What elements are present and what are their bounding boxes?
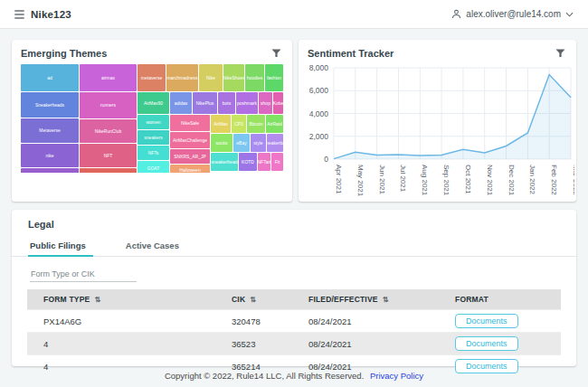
menu-icon[interactable]: [14, 10, 24, 19]
page-footer: Copyright © 2022, Rule14 LLC, All Rights…: [0, 371, 588, 381]
treemap-cell[interactable]: airmax: [80, 64, 137, 91]
x-axis-tick-label: Jan 2022: [528, 165, 536, 194]
filter-icon[interactable]: [270, 47, 283, 60]
x-axis-tick-label: Mar 2022: [572, 165, 574, 195]
treemap-cell[interactable]: sneakerbot: [267, 134, 283, 152]
treemap-cell-label: KyrieIrving: [98, 173, 119, 174]
treemap-cell[interactable]: runners: [80, 92, 137, 118]
legal-tabs: Public FilingsActive Cases: [12, 237, 576, 257]
treemap-cell-label: sneakerhead: [212, 160, 238, 165]
treemap-cell[interactable]: AirMaxChallenge: [170, 132, 210, 148]
treemap-cell[interactable]: eBay: [233, 134, 250, 152]
privacy-policy-link[interactable]: Privacy Policy: [370, 371, 423, 381]
legal-panel: Legal Public FilingsActive Cases FORM TY…: [12, 210, 576, 366]
sentiment-tracker-panel: Sentiment Tracker 02,0004,0006,0008,000A…: [299, 40, 576, 202]
treemap-cell[interactable]: shop: [259, 92, 272, 114]
treemap-cell-label: jordan: [43, 173, 56, 174]
column-header-cik[interactable]: CIK⇅: [215, 289, 292, 310]
treemap-cell[interactable]: Halloween: [170, 165, 210, 173]
sort-icon[interactable]: ⇅: [250, 296, 256, 304]
treemap-cell-label: NFT: [104, 154, 113, 158]
filings-table: FORM TYPE⇅CIK⇅FILED/EFFECTIVE⇅FORMAT PX1…: [27, 289, 561, 377]
cell-cik: 36523: [215, 333, 292, 355]
treemap-cell-label: marchmadness: [166, 76, 197, 80]
treemap-cell-label: NikePlus: [196, 101, 214, 106]
treemap-cell[interactable]: AirMax90: [138, 92, 169, 114]
treemap-cell[interactable]: SNKRS_AR_JP: [170, 149, 210, 164]
treemap-cell[interactable]: Fit: [271, 153, 283, 171]
treemap-cell[interactable]: KyrieIrving: [80, 168, 137, 173]
treemap-cell[interactable]: Metaverse: [21, 118, 79, 143]
treemap-cell-label: Nike: [206, 76, 215, 80]
treemap-cell[interactable]: NFTart: [258, 153, 270, 171]
table-row: 43652308/24/2021Documents: [27, 333, 561, 355]
user-account-menu[interactable]: alex.oliver@rule14.com: [451, 9, 574, 19]
documents-button[interactable]: Documents: [455, 314, 518, 328]
treemap-cell[interactable]: bots: [218, 92, 235, 114]
panel-title: Emerging Themes: [21, 48, 107, 59]
x-axis-tick-label: Nov 2021: [486, 165, 494, 196]
treemap-cell[interactable]: Bitcoin: [247, 115, 265, 133]
treemap-cell[interactable]: jordan: [21, 168, 79, 173]
treemap-cell-label: metaverse: [141, 76, 162, 80]
treemap-cell[interactable]: CP3: [232, 115, 246, 133]
treemap-cell[interactable]: sneakerhead: [211, 153, 238, 171]
treemap-cell-label: SNKRS_AR_JP: [174, 155, 206, 159]
treemap-cell[interactable]: poshmark: [236, 92, 258, 114]
treemap-cell[interactable]: Kobe: [273, 92, 283, 114]
treemap-cell-label: AirMax: [213, 122, 228, 127]
copyright-text: Copyright © 2022, Rule14 LLC, All Rights…: [165, 371, 364, 381]
treemap-cell[interactable]: hoodies: [245, 64, 264, 91]
sort-icon[interactable]: ⇅: [94, 296, 100, 304]
treemap-cell[interactable]: women: [138, 115, 169, 129]
sort-icon[interactable]: ⇅: [383, 296, 389, 304]
treemap-cell[interactable]: NikeSale: [170, 115, 210, 131]
treemap-cell[interactable]: socks: [211, 134, 232, 152]
sentiment-line-chart: 02,0004,0006,0008,000Apr 2021May 2021Jun…: [301, 63, 574, 201]
treemap-cell-label: AirRaid: [267, 122, 281, 127]
treemap-cell-label: runners: [100, 103, 116, 108]
cell-cik: 320478: [215, 310, 292, 333]
treemap-cell[interactable]: KOTD: [239, 153, 257, 171]
documents-button[interactable]: Documents: [455, 336, 518, 351]
treemap-cell-label: NFTart: [258, 160, 270, 165]
treemap-cell[interactable]: NFTs: [138, 146, 169, 160]
treemap-cell[interactable]: Nike: [199, 64, 223, 91]
treemap-cell[interactable]: NikeShoes: [223, 64, 244, 91]
cell-filed: 08/24/2021: [292, 310, 439, 333]
treemap-cell[interactable]: GOAT: [138, 161, 169, 173]
legal-title: Legal: [12, 210, 576, 230]
treemap-cell[interactable]: NFT: [80, 144, 137, 167]
treemap-cell[interactable]: AirMax: [211, 115, 231, 133]
treemap-cell[interactable]: nike: [21, 144, 79, 167]
user-icon: [451, 9, 461, 19]
tab-public-filings[interactable]: Public Filings: [28, 237, 99, 256]
treemap-cell[interactable]: sneakers: [138, 130, 169, 145]
treemap-cell[interactable]: marchmadness: [166, 64, 198, 91]
treemap-cell[interactable]: fashion: [265, 64, 283, 91]
x-axis-tick-label: Oct 2021: [464, 165, 472, 194]
treemap-cell-label: adidas: [175, 101, 188, 106]
x-axis-tick-label: Feb 2022: [550, 165, 558, 195]
treemap-cell[interactable]: NikeRunClub: [80, 119, 137, 143]
column-header-filed-effective[interactable]: FILED/EFFECTIVE⇅: [292, 289, 439, 310]
treemap-cell-label: AirMaxChallenge: [173, 138, 207, 143]
treemap-cell[interactable]: AirRaid: [266, 115, 283, 133]
treemap-cell[interactable]: NikePlus: [193, 92, 217, 114]
x-axis-tick-label: May 2021: [356, 165, 365, 197]
treemap-cell[interactable]: metaverse: [138, 64, 166, 91]
panel-title: Sentiment Tracker: [308, 48, 394, 59]
treemap-cell[interactable]: Sneakerheads: [21, 92, 79, 118]
treemap-cell[interactable]: ad: [21, 64, 79, 91]
tab-active-cases[interactable]: Active Cases: [124, 237, 192, 256]
cell-form_type: 4: [27, 333, 215, 355]
filter-icon[interactable]: [554, 47, 567, 60]
treemap-cell[interactable]: style: [251, 134, 266, 152]
treemap-cell-label: Fit: [275, 160, 280, 165]
treemap-cell-label: NikeShoes: [223, 76, 244, 80]
y-axis-tick-label: 0: [324, 155, 328, 164]
treemap-cell[interactable]: adidas: [170, 92, 192, 114]
treemap-cell-label: Bitcoin: [249, 122, 262, 127]
form-type-cik-input[interactable]: [30, 267, 137, 282]
column-header-form-type[interactable]: FORM TYPE⇅: [27, 289, 215, 310]
